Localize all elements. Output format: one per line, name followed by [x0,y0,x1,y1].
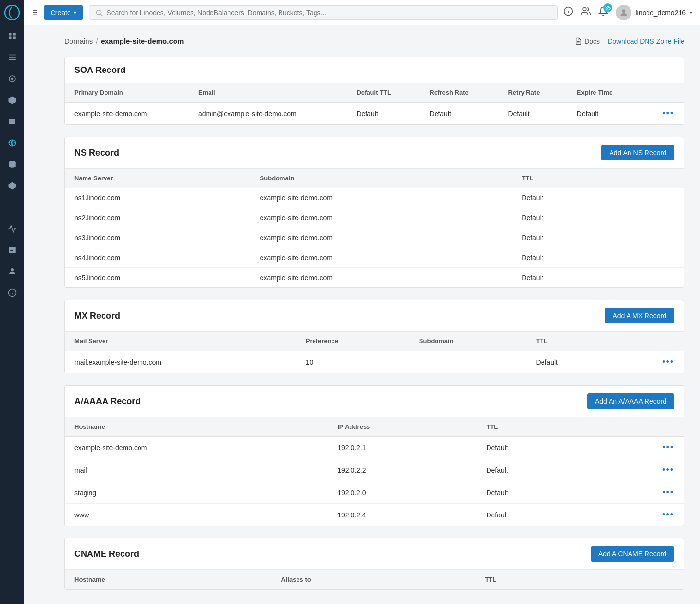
create-chevron-icon: ▾ [74,10,76,15]
ns-record-header: NS Record Add An NS Record [65,137,684,169]
soa-col-default-ttl: Default TTL [347,83,420,103]
ns-actions-cell [629,208,684,228]
add-cname-record-button[interactable]: Add A CNAME Record [591,546,674,562]
sidebar-item-monitoring[interactable] [2,219,22,238]
cname-record-header: CNAME Record Add A CNAME Record [65,538,684,570]
aaaaa-actions-cell: ••• [594,504,684,526]
ns-table-row: ns4.linode.com example-site-demo.com Def… [65,248,684,268]
aaaaa-col-hostname: Hostname [65,417,328,437]
mx-col-actions [615,332,684,351]
cname-record-title: CNAME Record [74,549,139,559]
hamburger-icon[interactable]: ≡ [32,7,38,18]
mx-record-title: MX Record [74,311,120,321]
aaaaa-ttl: Default [476,504,594,526]
community-icon[interactable] [581,6,591,18]
aaaaa-table-row: example-site-demo.com 192.0.2.1 Default … [65,437,684,459]
search-bar[interactable] [89,5,558,20]
soa-row-actions-button[interactable]: ••• [662,108,674,118]
breadcrumb-actions: Docs Download DNS Zone File [575,37,684,45]
search-input[interactable] [106,9,551,17]
mx-col-subdomain: Subdomain [409,332,526,351]
soa-email: admin@example-site-demo.com [189,103,347,125]
mx-mail-server: mail.example-site-demo.com [65,351,296,373]
user-chevron-icon: ▾ [690,10,692,15]
sidebar-item-databases[interactable] [2,155,22,174]
mx-table-header-row: Mail Server Preference Subdomain TTL [65,332,684,351]
ns-actions-cell [629,268,684,288]
ns-name-server: ns5.linode.com [65,268,250,288]
ns-col-actions [629,169,684,188]
docs-link[interactable]: Docs [575,37,600,45]
aaaaa-row-actions-button[interactable]: ••• [662,465,674,475]
sidebar-item-support[interactable] [2,283,22,302]
add-aaaaa-record-button[interactable]: Add An A/AAAA Record [587,393,674,409]
cname-table-header-row: Hostname Aliases to TTL [65,570,684,589]
sidebar-item-dashboard[interactable] [2,26,22,46]
mx-row-actions-button[interactable]: ••• [662,357,674,367]
aaaaa-row-actions-button[interactable]: ••• [662,510,674,519]
svg-point-21 [583,8,587,11]
ns-record-table: Name Server Subdomain TTL ns1.linode.com… [65,169,684,287]
svg-rect-4 [13,37,16,39]
docs-label: Docs [584,37,600,45]
ns-subdomain: example-site-demo.com [250,188,512,208]
soa-record-title: SOA Record [74,65,125,75]
sidebar-item-kubernetes[interactable] [2,176,22,195]
soa-record-table: Primary Domain Email Default TTL Refresh… [65,83,684,124]
aaaaa-record-section: A/AAAA Record Add An A/AAAA Record Hostn… [64,385,684,526]
ns-actions-cell [629,228,684,248]
aaaaa-hostname: example-site-demo.com [65,437,328,459]
svg-rect-3 [9,37,11,39]
ns-name-server: ns3.linode.com [65,228,250,248]
cname-col-ttl: TTL [475,570,604,589]
svg-rect-2 [13,33,16,35]
sidebar-item-account[interactable] [2,240,22,260]
download-link[interactable]: Download DNS Zone File [608,37,684,45]
aaaaa-row-actions-button[interactable]: ••• [662,443,674,452]
svg-point-22 [622,9,626,13]
help-icon[interactable] [563,6,573,18]
ns-ttl: Default [512,208,629,228]
sidebar-item-linodes[interactable] [2,48,22,67]
soa-col-refresh-rate: Refresh Rate [420,83,499,103]
aaaaa-table-row: mail 192.0.2.2 Default ••• [65,459,684,481]
soa-default-ttl: Default [347,103,420,125]
svg-marker-14 [9,182,16,190]
aaaaa-row-actions-button[interactable]: ••• [662,487,674,497]
create-button[interactable]: Create ▾ [44,5,83,20]
sidebar-item-profile[interactable] [2,262,22,281]
ns-table-row: ns3.linode.com example-site-demo.com Def… [65,228,684,248]
cname-col-hostname: Hostname [65,570,271,589]
mx-col-preference: Preference [296,332,409,351]
sidebar-item-stackscripts[interactable] [2,197,22,217]
user-menu[interactable]: linode_demo216 ▾ [616,5,692,20]
breadcrumb-parent[interactable]: Domains [64,37,93,45]
aaaaa-hostname: mail [65,459,328,481]
ns-subdomain: example-site-demo.com [250,268,512,288]
svg-line-19 [100,14,102,16]
breadcrumb: Domains / example-site-demo.com Docs Dow… [64,37,684,45]
svg-rect-1 [9,33,11,35]
aaaaa-table-row: www 192.0.2.4 Default ••• [65,504,684,526]
add-ns-record-button[interactable]: Add An NS Record [601,145,674,160]
svg-point-18 [96,10,101,14]
ns-subdomain: example-site-demo.com [250,248,512,268]
soa-col-actions [642,83,684,103]
ns-actions-cell [629,188,684,208]
mx-subdomain [409,351,526,373]
sidebar-item-objectstorage[interactable] [2,112,22,131]
aaaaa-ip-address: 192.0.2.1 [328,437,476,459]
sidebar-item-domains[interactable] [2,133,22,153]
ns-name-server: ns4.linode.com [65,248,250,268]
sidebar-item-volumes[interactable] [2,90,22,110]
sidebar-item-nodebalancers[interactable] [2,69,22,89]
add-mx-record-button[interactable]: Add A MX Record [605,308,674,323]
aaaaa-ip-address: 192.0.2.2 [328,459,476,481]
ns-col-subdomain: Subdomain [250,169,512,188]
notifications-icon[interactable]: 35 [598,6,608,18]
ns-subdomain: example-site-demo.com [250,228,512,248]
cname-record-table: Hostname Aliases to TTL [65,570,684,589]
ns-actions-cell [629,248,684,268]
soa-col-email: Email [189,83,347,103]
search-icon [95,9,103,17]
